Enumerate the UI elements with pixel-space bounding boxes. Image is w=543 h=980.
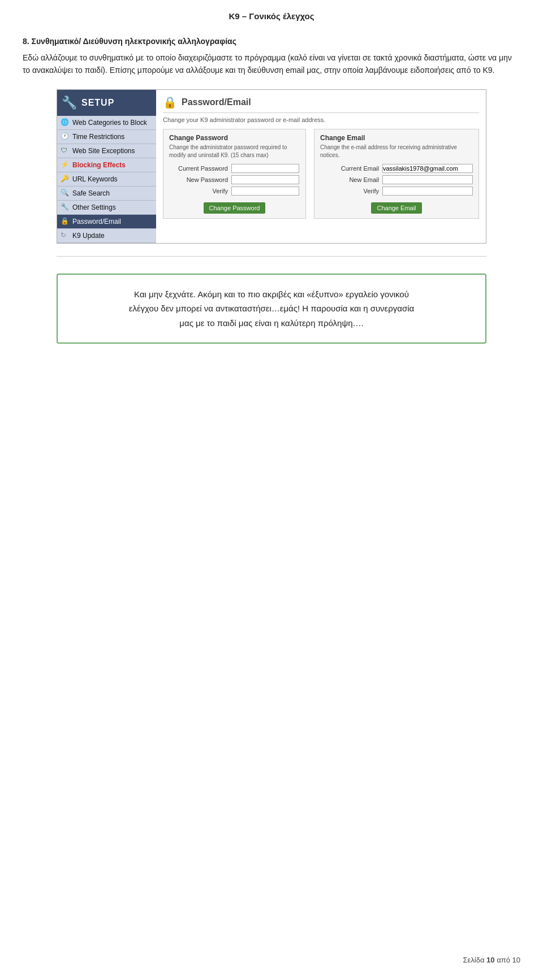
section-heading: 8. Συνθηματικό/ Διεύθυνση ηλεκτρονικής α…: [23, 37, 520, 46]
new-email-input[interactable]: [382, 175, 473, 184]
page-title: Κ9 – Γονικός έλεγχος: [23, 11, 520, 21]
footer-total-pages: 10: [512, 956, 520, 964]
new-password-input[interactable]: [231, 175, 299, 184]
new-password-row: New Password: [169, 175, 300, 184]
sidebar-label-other-settings: Other Settings: [72, 203, 116, 211]
sidebar-label-password-email: Password/Email: [72, 218, 121, 226]
verify-email-input[interactable]: [382, 187, 473, 196]
clock-icon: 🕐: [61, 132, 70, 141]
verify-password-row: Verify: [169, 187, 300, 196]
verify-email-row: Verify: [320, 187, 473, 196]
sidebar-item-web-categories[interactable]: 🌐 Web Categories to Block: [57, 116, 156, 130]
verify-email-label: Verify: [320, 188, 382, 194]
verify-password-input[interactable]: [231, 187, 299, 196]
current-email-input[interactable]: [382, 164, 473, 173]
current-password-input[interactable]: [231, 164, 299, 173]
key-icon: 🔑: [61, 175, 70, 184]
change-password-button[interactable]: Change Password: [204, 202, 266, 214]
change-password-panel: Change Password Change the administrator…: [163, 129, 306, 219]
change-email-panel: Change Email Change the e-mail address f…: [314, 129, 479, 219]
sidebar-label-safe-search: Safe Search: [72, 189, 110, 197]
globe-icon: 🌐: [61, 118, 70, 127]
new-password-label: New Password: [169, 176, 231, 183]
change-password-desc: Change the administrator password requir…: [169, 144, 300, 159]
sidebar-label-k9-update: K9 Update: [72, 232, 105, 240]
lock-icon: 🔒: [61, 217, 70, 226]
current-password-row: Current Password: [169, 164, 300, 173]
content-two-columns: Change Password Change the administrator…: [163, 129, 479, 219]
section-paragraph: Εδώ αλλάζουμε το συνθηματικό με το οποίο…: [23, 51, 520, 77]
content-header: 🔒 Password/Email: [163, 96, 479, 113]
footer-current-page: 10: [486, 956, 494, 964]
new-email-row: New Email: [320, 175, 473, 184]
sidebar-item-url-keywords[interactable]: 🔑 URL Keywords: [57, 172, 156, 187]
k9-content-area: 🔒 Password/Email Change your K9 administ…: [156, 90, 486, 243]
k9-sidebar: 🔧 SETUP 🌐 Web Categories to Block 🕐 Time…: [57, 90, 156, 243]
setup-header: 🔧 SETUP: [57, 90, 156, 116]
change-email-title: Change Email: [320, 134, 473, 142]
sidebar-item-web-site-exceptions[interactable]: 🛡 Web Site Exceptions: [57, 144, 156, 158]
sidebar-label-web-categories: Web Categories to Block: [72, 119, 147, 127]
callout-box: Και μην ξεχνάτε. Ακόμη και το πιο ακριβέ…: [57, 274, 486, 344]
callout-text: Και μην ξεχνάτε. Ακόμη και το πιο ακριβέ…: [75, 287, 468, 331]
current-email-row: Current Email: [320, 164, 473, 173]
sidebar-item-k9-update[interactable]: ↻ K9 Update: [57, 229, 156, 243]
content-lock-icon: 🔒: [163, 96, 177, 109]
section-divider: [57, 256, 486, 257]
sidebar-item-other-settings[interactable]: 🔧 Other Settings: [57, 201, 156, 215]
content-subtitle: Change your K9 administrator password or…: [163, 116, 479, 123]
page-footer: Σελίδα 10 από 10: [463, 956, 520, 964]
update-icon: ↻: [61, 231, 70, 240]
current-email-label: Current Email: [320, 165, 382, 172]
change-email-desc: Change the e-mail address for receiving …: [320, 144, 473, 159]
bolt-icon: ⚡: [61, 161, 70, 170]
verify-password-label: Verify: [169, 188, 231, 194]
sidebar-label-time-restrictions: Time Restrictions: [72, 133, 124, 141]
footer-separator: από: [497, 956, 510, 964]
sidebar-label-blocking-effects: Blocking Effects: [72, 161, 126, 169]
sidebar-item-time-restrictions[interactable]: 🕐 Time Restrictions: [57, 130, 156, 144]
new-email-label: New Email: [320, 176, 382, 183]
sidebar-label-url-keywords: URL Keywords: [72, 175, 118, 183]
footer-text: Σελίδα: [463, 956, 484, 964]
wrench-icon: 🔧: [61, 203, 70, 212]
search-icon: 🔍: [61, 189, 70, 198]
setup-icon: 🔧: [62, 96, 77, 110]
change-email-button[interactable]: Change Email: [371, 202, 421, 214]
k9-application-panel: 🔧 SETUP 🌐 Web Categories to Block 🕐 Time…: [57, 89, 486, 244]
sidebar-item-password-email[interactable]: 🔒 Password/Email: [57, 215, 156, 229]
sidebar-item-blocking-effects[interactable]: ⚡ Blocking Effects: [57, 158, 156, 172]
sidebar-item-safe-search[interactable]: 🔍 Safe Search: [57, 187, 156, 201]
sidebar-label-web-site-exceptions: Web Site Exceptions: [72, 147, 135, 155]
shield-icon: 🛡: [61, 146, 70, 155]
content-title: Password/Email: [182, 97, 251, 107]
setup-label: SETUP: [81, 98, 114, 108]
current-password-label: Current Password: [169, 165, 231, 172]
change-password-title: Change Password: [169, 134, 300, 142]
